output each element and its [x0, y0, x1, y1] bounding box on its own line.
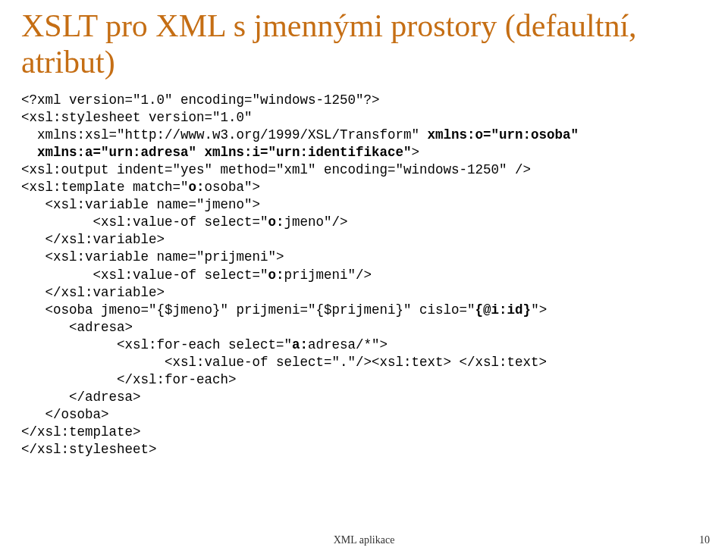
code-bold: xmlns:a="urn:adresa" xmlns:i="urn:identi…: [21, 145, 412, 160]
code-line: xmlns:xsl="http://www.w3.org/1999/XSL/Tr…: [21, 127, 428, 142]
code-line: prijmeni"/>: [284, 267, 372, 283]
code-line: <?xml version="1.0" encoding="windows-12…: [21, 92, 380, 108]
code-line: </adresa>: [21, 389, 141, 405]
code-block: <?xml version="1.0" encoding="windows-12…: [21, 92, 707, 459]
code-line: osoba">: [205, 180, 261, 195]
slide-title: XSLT pro XML s jmennými prostory (defaul…: [21, 8, 707, 81]
code-line: </xsl:stylesheet>: [21, 442, 157, 457]
code-line: jmeno"/>: [284, 214, 348, 230]
footer-page-number: 10: [699, 534, 710, 546]
code-line: ">: [531, 302, 547, 318]
code-line: <xsl:for-each select=": [21, 337, 292, 352]
code-line: <xsl:variable name="jmeno">: [21, 197, 260, 212]
code-line: <xsl:template match=": [21, 180, 189, 195]
code-line: </osoba>: [21, 407, 109, 422]
code-line: <xsl:variable name="prijmeni">: [21, 249, 284, 264]
footer-center: XML aplikace: [0, 534, 728, 546]
code-line: <adresa>: [21, 320, 133, 335]
code-line: <osoba jmeno="{$jmeno}" prijmeni="{$prij…: [21, 302, 475, 318]
code-line: </xsl:variable>: [21, 285, 165, 300]
code-line: </xsl:variable>: [21, 232, 165, 247]
code-bold: xmlns:o="urn:osoba": [428, 127, 579, 142]
code-line: <xsl:value-of select="."/><xsl:text> </x…: [21, 355, 547, 370]
code-bold: o:: [268, 267, 284, 283]
code-line: </xsl:template>: [21, 424, 141, 440]
code-line: <xsl:value-of select=": [21, 267, 268, 283]
code-bold: {@i:id}: [475, 302, 532, 318]
code-line: adresa/*">: [308, 337, 388, 352]
code-bold: a:: [292, 337, 308, 352]
code-line: <xsl:output indent="yes" method="xml" en…: [21, 162, 531, 177]
code-line: <xsl:value-of select=": [21, 214, 268, 230]
code-line: <xsl:stylesheet version="1.0": [21, 110, 253, 125]
code-line: </xsl:for-each>: [21, 372, 237, 387]
code-bold: o:: [268, 214, 284, 230]
code-line: >: [412, 145, 420, 160]
code-bold: o:: [189, 180, 205, 195]
